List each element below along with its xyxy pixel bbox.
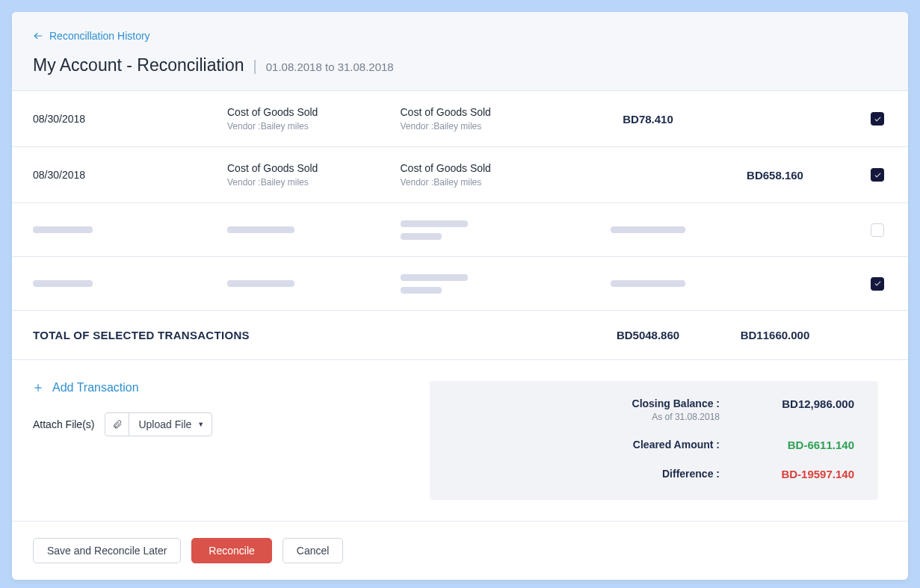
difference-value: BD-19597.140	[720, 468, 854, 480]
transaction-date: 08/30/2018	[33, 169, 227, 181]
paperclip-icon	[112, 419, 123, 430]
skeleton-bar	[401, 220, 468, 227]
save-reconcile-later-button[interactable]: Save and Reconcile Later	[33, 538, 181, 563]
account-name: Cost of Goods Sold	[227, 106, 401, 118]
transaction-row-loading	[12, 257, 908, 311]
amount-col1: BD78.410	[573, 113, 723, 126]
select-checkbox[interactable]	[871, 112, 884, 126]
date-range: 01.08.2018 to 31.08.2018	[266, 61, 394, 73]
transaction-row: 08/30/2018 Cost of Goods Sold Vendor :Ba…	[12, 147, 908, 203]
check-icon	[874, 171, 882, 179]
transaction-date: 08/30/2018	[33, 113, 227, 125]
vendor-label: Vendor :Bailey miles	[227, 177, 401, 188]
account-name: Cost of Goods Sold	[401, 162, 574, 174]
skeleton-bar	[227, 226, 294, 233]
skeleton-bar	[33, 280, 93, 287]
caret-down-icon: ▼	[197, 421, 204, 428]
skeleton-bar	[33, 226, 93, 233]
vendor-label: Vendor :Bailey miles	[401, 177, 574, 188]
upload-file-button[interactable]: Upload File ▼	[105, 412, 212, 436]
amount-col2: BD658.160	[723, 169, 827, 182]
reconcile-button[interactable]: Reconcile	[191, 538, 271, 563]
totals-col1: BD5048.860	[573, 329, 723, 341]
skeleton-bar	[611, 226, 685, 233]
cleared-amount-value: BD-6611.140	[720, 439, 854, 451]
bottom-section: Add Transaction Attach File(s) Upload Fi…	[12, 360, 908, 522]
totals-col2: BD11660.000	[723, 329, 827, 341]
cleared-amount-label: Cleared Amount :	[454, 439, 720, 451]
cancel-button[interactable]: Cancel	[283, 538, 344, 563]
upload-file-label: Upload File	[138, 418, 191, 430]
difference-label: Difference :	[454, 468, 720, 480]
check-icon	[874, 279, 882, 288]
skeleton-bar	[401, 287, 442, 294]
transaction-list: 08/30/2018 Cost of Goods Sold Vendor :Ba…	[12, 91, 908, 311]
account-cell: Cost of Goods Sold Vendor :Bailey miles	[401, 162, 574, 188]
title-separator: |	[253, 58, 257, 75]
account-cell: Cost of Goods Sold Vendor :Bailey miles	[227, 106, 401, 131]
back-to-history-link[interactable]: Reconcillation History	[33, 30, 150, 42]
account-name: Cost of Goods Sold	[227, 162, 401, 174]
closing-balance-value: BD12,986.000	[720, 397, 854, 422]
transaction-row: 08/30/2018 Cost of Goods Sold Vendor :Ba…	[12, 91, 908, 147]
arrow-left-icon	[33, 31, 43, 41]
skeleton-bar	[227, 280, 294, 287]
add-transaction-label: Add Transaction	[52, 381, 139, 394]
reconciliation-page: Reconcillation History My Account - Reco…	[12, 12, 908, 580]
select-checkbox[interactable]	[871, 223, 884, 237]
select-checkbox[interactable]	[871, 168, 884, 182]
add-transaction-button[interactable]: Add Transaction	[33, 381, 139, 394]
skeleton-bar	[611, 280, 685, 287]
back-link-label: Reconcillation History	[49, 30, 150, 42]
account-cell: Cost of Goods Sold Vendor :Bailey miles	[401, 106, 574, 131]
page-header: Reconcillation History My Account - Reco…	[12, 12, 908, 91]
account-name: Cost of Goods Sold	[401, 106, 574, 118]
check-icon	[874, 115, 882, 123]
vendor-label: Vendor :Bailey miles	[401, 121, 574, 131]
skeleton-bar	[401, 233, 442, 240]
totals-row: TOTAL OF SELECTED TRANSACTIONS BD5048.86…	[12, 311, 908, 360]
action-bar: Save and Reconcile Later Reconcile Cance…	[12, 522, 908, 580]
attach-files-label: Attach File(s)	[33, 418, 94, 430]
select-checkbox[interactable]	[871, 277, 884, 291]
account-cell: Cost of Goods Sold Vendor :Bailey miles	[227, 162, 401, 188]
balance-summary: Closing Balance : As of 31.08.2018 BD12,…	[430, 381, 878, 500]
totals-label: TOTAL OF SELECTED TRANSACTIONS	[33, 329, 573, 341]
plus-icon	[33, 383, 43, 393]
skeleton-bar	[401, 274, 468, 281]
vendor-label: Vendor :Bailey miles	[227, 121, 401, 131]
transaction-row-loading	[12, 203, 908, 257]
closing-balance-asof: As of 31.08.2018	[454, 412, 720, 422]
closing-balance-label: Closing Balance :	[454, 397, 720, 409]
page-title: My Account - Reconciliation	[33, 55, 244, 75]
